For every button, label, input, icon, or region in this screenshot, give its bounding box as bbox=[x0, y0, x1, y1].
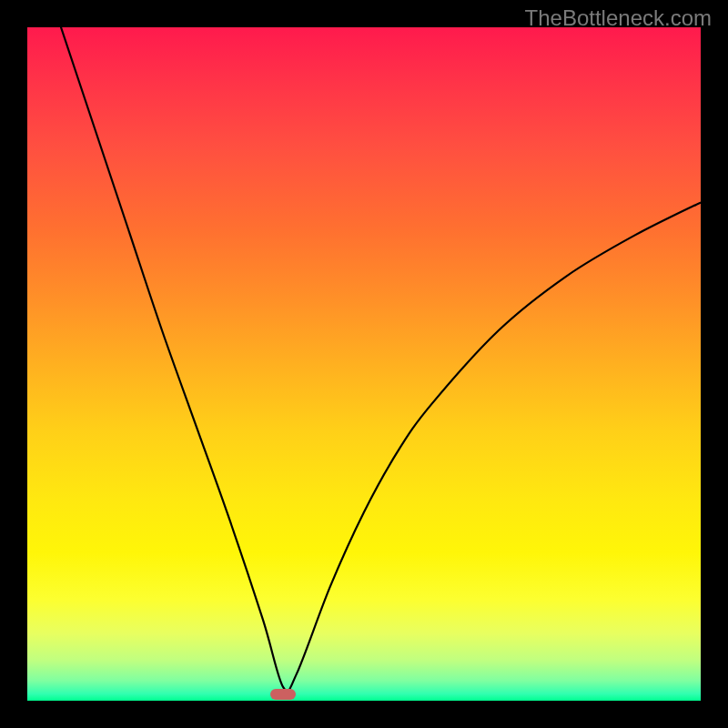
chart-plot-area bbox=[27, 27, 701, 701]
chart-curve-svg bbox=[27, 27, 701, 701]
bottleneck-curve-path bbox=[27, 27, 701, 692]
watermark-text: TheBottleneck.com bbox=[525, 5, 712, 31]
optimal-point-marker bbox=[270, 689, 296, 700]
